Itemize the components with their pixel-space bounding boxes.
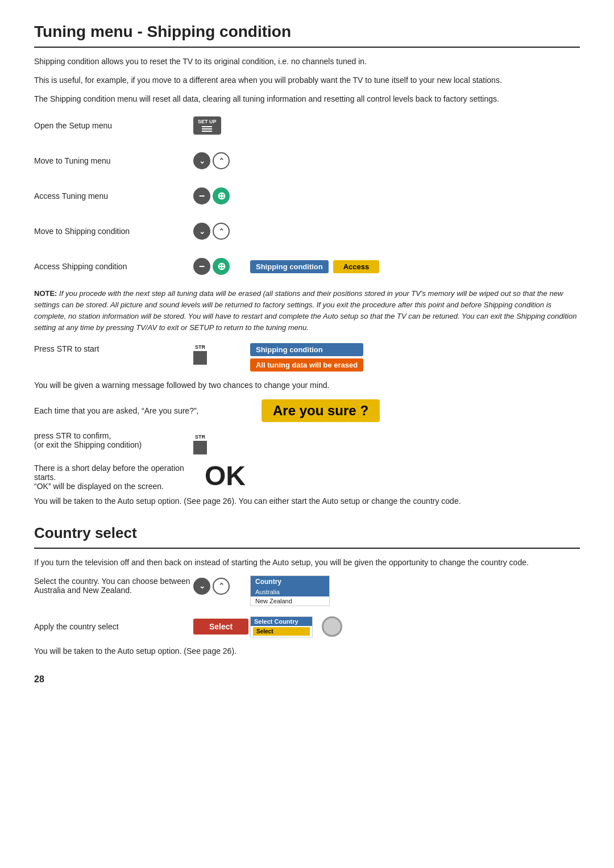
step-label-1: Open the Setup menu: [34, 121, 193, 130]
sure-row: Each time that you are asked, “Are you s…: [34, 399, 580, 422]
setup-line2: [202, 128, 212, 130]
setup-button-icon: SET UP: [193, 116, 221, 135]
cs-icon-1: ⌄ ⌃: [193, 575, 250, 595]
plus-2-icon: ⊕: [213, 258, 230, 275]
delay-text2: “OK” will be displayed on the screen.: [34, 482, 164, 491]
nav-down-2-icon: ⌄: [193, 223, 210, 240]
setup-line1: [202, 126, 212, 127]
ok-screens: OK: [193, 462, 246, 490]
country-header: Country: [251, 576, 329, 587]
screen-shipping-label: Shipping condition: [250, 343, 363, 356]
step-label-2: Move to Tuning menu: [34, 156, 193, 165]
str-icon: STR: [193, 344, 207, 365]
str-icon-2: STR: [193, 434, 207, 454]
page-title: Tuning menu - Shipping condition: [34, 23, 580, 41]
note-text: If you procede with the next step all tu…: [34, 289, 576, 332]
section2-divider: [34, 548, 580, 549]
nav-up-icon: ⌃: [213, 152, 230, 169]
ok-section: There is a short delay before the operat…: [34, 462, 580, 491]
ok-badge: OK: [205, 462, 246, 490]
press-str-icon: STR: [193, 343, 250, 365]
country-intro: If you turn the television off and then …: [34, 557, 580, 569]
press-str-row: Press STR to start STR Shipping conditio…: [34, 343, 580, 372]
screen-erased-label: All tuning data will be erased: [250, 358, 363, 372]
apply-row: Apply the country select Select Select C…: [34, 616, 580, 637]
note-label: NOTE:: [34, 289, 57, 298]
section2-title: Country select: [34, 524, 580, 542]
step-icon-5: − ⊕: [193, 258, 250, 275]
country-option-australia: Australia: [251, 587, 329, 596]
apply-screens: Select Country Select: [250, 616, 580, 637]
intro-p1: Shipping condition allows you to reset t…: [34, 56, 580, 68]
step-access-tuning: Access Tuning menu − ⊕: [34, 182, 580, 210]
select-screen-bar: Select: [253, 627, 310, 636]
sure-label: Each time that you are asked, “Are you s…: [34, 406, 250, 415]
confirm-icon: STR: [193, 430, 250, 454]
step-label-5: Access Shipping condition: [34, 262, 193, 271]
step-icon-3: − ⊕: [193, 187, 250, 205]
select-badge: Select: [193, 619, 248, 635]
confirm-row: press STR to confirm, (or exit the Shipp…: [34, 430, 580, 454]
press-str-screens: Shipping condition All tuning data will …: [250, 343, 363, 372]
apply-label: Apply the country select: [34, 622, 193, 631]
delay-text1: There is a short delay before the operat…: [34, 464, 184, 482]
step-icon-1: SET UP: [193, 116, 250, 135]
step-move-tuning: Move to Tuning menu ⌄ ⌃: [34, 147, 580, 174]
warning-text: You will be given a warning message foll…: [34, 379, 580, 391]
country-final: You will be taken to the Auto setup opti…: [34, 645, 580, 657]
ok-label: There is a short delay before the operat…: [34, 462, 193, 491]
are-you-sure-badge: Are you sure ?: [262, 399, 380, 422]
confirm-label: press STR to confirm, (or exit the Shipp…: [34, 430, 193, 449]
cs-label-1: Select the country. You can choose betwe…: [34, 575, 193, 595]
step-icon-4: ⌄ ⌃: [193, 223, 250, 240]
country-select-section: Country select If you turn the televisio…: [34, 524, 580, 657]
nav-down-icon: ⌄: [193, 152, 210, 169]
access-badge: Access: [333, 260, 380, 273]
str-square: [193, 351, 207, 365]
nav-up-3-icon: ⌃: [213, 578, 230, 595]
country-screen: Country Australia New Zealand: [250, 575, 330, 606]
step-move-shipping: Move to Shipping condition ⌄ ⌃: [34, 218, 580, 245]
nav-down-3-icon: ⌄: [193, 578, 210, 595]
setup-line3: [202, 131, 212, 132]
press-str-label: Press STR to start: [34, 343, 193, 353]
apply-icon: Select: [193, 619, 250, 635]
shipping-condition-badge: Shipping condition: [250, 260, 329, 273]
minus-2-icon: −: [193, 258, 210, 275]
select-screen-header: Select Country: [251, 617, 312, 626]
step-icon-2: ⌄ ⌃: [193, 152, 250, 169]
str-label-2: STR: [195, 434, 205, 440]
cs-screens-1: Country Australia New Zealand: [250, 575, 330, 606]
country-option-nz: New Zealand: [251, 596, 329, 606]
nav-up-2-icon: ⌃: [213, 223, 230, 240]
confirm-text1: press STR to confirm,: [34, 431, 111, 440]
minus-icon: −: [193, 187, 210, 205]
country-select-row: Select the country. You can choose betwe…: [34, 575, 580, 606]
plus-icon: ⊕: [213, 187, 230, 205]
step-label-4: Move to Shipping condition: [34, 227, 193, 236]
title-divider: [34, 47, 580, 48]
note-block: NOTE: If you procede with the next step …: [34, 288, 580, 334]
shipping-badges: Shipping condition Access: [250, 260, 580, 273]
step-access-shipping: Access Shipping condition − ⊕ Shipping c…: [34, 253, 580, 280]
step-open-setup: Open the Setup menu SET UP: [34, 112, 580, 139]
confirm-text2: (or exit the Shipping condition): [34, 440, 142, 449]
knob-icon: [322, 616, 342, 637]
intro-p3: The Shipping condition menu will reset a…: [34, 93, 580, 105]
page-number: 28: [34, 674, 580, 685]
str-square-2: [193, 441, 207, 454]
step-label-3: Access Tuning menu: [34, 191, 193, 201]
ok-final-text: You will be taken to the Auto setup opti…: [34, 495, 580, 507]
intro-p2: This is useful, for example, if you move…: [34, 74, 580, 86]
select-screen: Select Country Select: [250, 616, 313, 637]
str-label: STR: [195, 344, 205, 350]
